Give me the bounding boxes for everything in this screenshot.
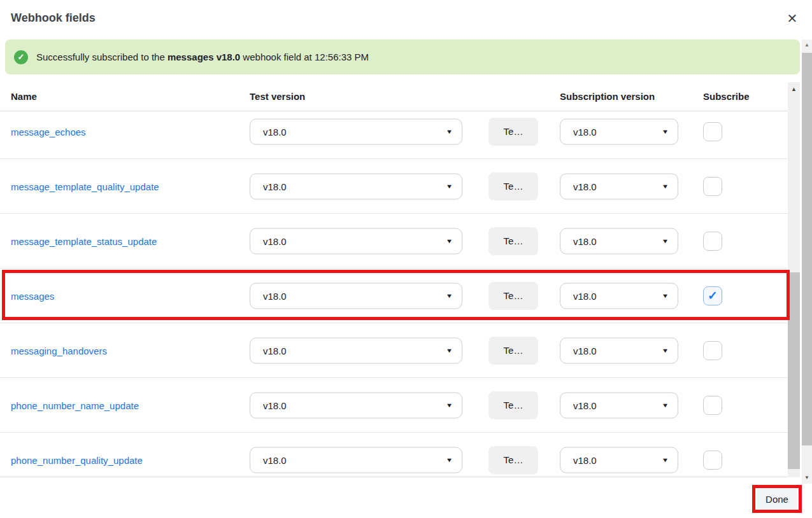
test-button[interactable]: Te…: [488, 446, 538, 474]
subscribe-checkbox[interactable]: ✓: [703, 232, 722, 251]
subscription-version-select[interactable]: v18.0 ▼: [560, 118, 678, 144]
test-button[interactable]: Te…: [488, 282, 538, 310]
chevron-down-icon: ▼: [446, 129, 453, 135]
test-version-select[interactable]: v18.0 ▼: [250, 447, 462, 473]
table-body: message_echoes v18.0 ▼ Te… v18.0 ▼ ✓ mes…: [0, 112, 800, 477]
select-value: v18.0: [250, 126, 287, 137]
subscription-version-select[interactable]: v18.0 ▼: [560, 228, 678, 254]
success-banner: ✓ Successfully subscribed to the message…: [5, 39, 800, 74]
subscribe-checkbox[interactable]: ✓: [703, 286, 722, 305]
subscription-version-select[interactable]: v18.0 ▼: [560, 392, 678, 418]
test-button[interactable]: Te…: [488, 337, 538, 365]
test-version-select[interactable]: v18.0 ▼: [250, 228, 462, 254]
scroll-down-icon[interactable]: ▼: [802, 475, 812, 480]
subscription-version-select[interactable]: v18.0 ▼: [560, 173, 678, 199]
subscribe-checkbox[interactable]: ✓: [703, 177, 722, 196]
test-version-select[interactable]: v18.0 ▼: [250, 392, 462, 418]
chevron-down-icon: ▼: [662, 183, 669, 190]
column-header-subscribe: Subscribe: [703, 90, 750, 101]
close-icon[interactable]: ✕: [785, 11, 800, 26]
select-value: v18.0: [560, 454, 597, 465]
chevron-down-icon: ▼: [662, 129, 669, 135]
done-button[interactable]: Done: [757, 489, 797, 510]
column-header-subscription-version: Subscription version: [560, 90, 655, 101]
table-row-message-echoes: message_echoes v18.0 ▼ Te… v18.0 ▼ ✓: [0, 112, 800, 159]
select-value: v18.0: [250, 345, 287, 356]
field-name-link[interactable]: message_echoes: [11, 126, 86, 137]
field-name-link[interactable]: phone_number_name_update: [11, 400, 139, 410]
test-version-select[interactable]: v18.0 ▼: [250, 173, 462, 199]
test-button[interactable]: Te…: [488, 391, 538, 419]
page-title: Webhook fields: [11, 11, 96, 25]
select-value: v18.0: [560, 235, 597, 246]
banner-highlight: messages v18.0: [167, 52, 240, 62]
subscription-version-select[interactable]: v18.0 ▼: [560, 283, 678, 309]
table-row-phone-number-name-update: phone_number_name_update v18.0 ▼ Te… v18…: [0, 378, 800, 433]
select-value: v18.0: [250, 454, 287, 465]
chevron-down-icon: ▼: [446, 293, 453, 299]
column-header-name: Name: [11, 90, 37, 101]
select-value: v18.0: [560, 290, 597, 301]
scroll-up-icon[interactable]: ▲: [802, 42, 812, 48]
success-check-icon: ✓: [14, 50, 28, 64]
field-name-link[interactable]: phone_number_quality_update: [11, 454, 143, 465]
table-row-message-template-quality-update: message_template_quality_update v18.0 ▼ …: [0, 159, 800, 214]
select-value: v18.0: [560, 400, 597, 410]
chevron-down-icon: ▼: [446, 402, 453, 409]
table-row-messaging-handovers: messaging_handovers v18.0 ▼ Te… v18.0 ▼ …: [0, 323, 800, 378]
chevron-down-icon: ▼: [662, 457, 669, 463]
test-version-select[interactable]: v18.0 ▼: [250, 337, 462, 363]
field-name-link[interactable]: messages: [11, 290, 54, 301]
test-version-select[interactable]: v18.0 ▼: [250, 118, 462, 144]
select-value: v18.0: [250, 400, 287, 410]
webhook-fields-dialog: Webhook fields ✕ ✓ Successfully subscrib…: [0, 0, 812, 518]
table-row-message-template-status-update: message_template_status_update v18.0 ▼ T…: [0, 214, 800, 269]
scroll-up-icon[interactable]: ▲: [788, 86, 800, 92]
test-button[interactable]: Te…: [488, 118, 538, 146]
subscription-version-select[interactable]: v18.0 ▼: [560, 337, 678, 363]
table-row-phone-number-quality-update: phone_number_quality_update v18.0 ▼ Te… …: [0, 433, 800, 477]
chevron-down-icon: ▼: [662, 293, 669, 299]
table-scrollbar-thumb[interactable]: [788, 272, 800, 469]
chevron-down-icon: ▼: [662, 347, 669, 354]
field-name-link[interactable]: message_template_quality_update: [11, 181, 159, 192]
subscribe-checkbox[interactable]: ✓: [703, 451, 722, 470]
table-scrollbar[interactable]: ▲: [788, 82, 800, 477]
success-banner-text: Successfully subscribed to the messages …: [36, 52, 369, 62]
subscribe-checkbox[interactable]: ✓: [703, 122, 722, 141]
subscribe-checkbox[interactable]: ✓: [703, 341, 722, 360]
select-value: v18.0: [250, 181, 287, 192]
chevron-down-icon: ▼: [446, 183, 453, 190]
table-row-messages: messages v18.0 ▼ Te… v18.0 ▼ ✓: [0, 269, 800, 323]
check-glyph: ✓: [18, 52, 25, 62]
select-value: v18.0: [560, 181, 597, 192]
chevron-down-icon: ▼: [446, 347, 453, 354]
test-button[interactable]: Te…: [488, 172, 538, 200]
subscription-version-select[interactable]: v18.0 ▼: [560, 447, 678, 473]
subscribe-checkbox[interactable]: ✓: [703, 396, 722, 415]
test-button[interactable]: Te…: [488, 227, 538, 255]
field-name-link[interactable]: message_template_status_update: [11, 235, 157, 246]
field-name-link[interactable]: messaging_handovers: [11, 345, 107, 356]
dialog-scrollbar-thumb[interactable]: [802, 53, 812, 445]
select-value: v18.0: [560, 345, 597, 356]
test-version-select[interactable]: v18.0 ▼: [250, 283, 462, 309]
column-header-test-version: Test version: [250, 90, 305, 101]
select-value: v18.0: [250, 235, 287, 246]
chevron-down-icon: ▼: [662, 402, 669, 409]
select-value: v18.0: [250, 290, 287, 301]
table-header: Name Test version Subscription version S…: [0, 81, 800, 111]
dialog-scrollbar[interactable]: ▲ ▼: [802, 39, 812, 484]
chevron-down-icon: ▼: [446, 457, 453, 463]
select-value: v18.0: [560, 126, 597, 137]
chevron-down-icon: ▼: [662, 238, 669, 244]
chevron-down-icon: ▼: [446, 238, 453, 244]
check-icon: ✓: [708, 290, 718, 302]
